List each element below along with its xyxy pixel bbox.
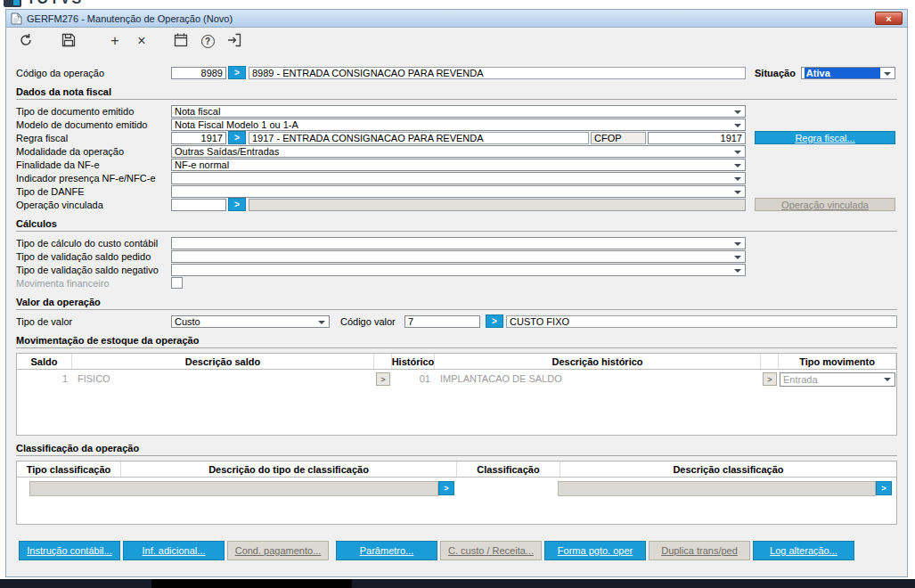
parametro-button[interactable]: Parâmetro...: [336, 541, 437, 560]
historico-lookup-button[interactable]: >: [376, 372, 390, 386]
cell-saldo: 1: [17, 371, 72, 388]
log-alteracao-button[interactable]: Log alteração...: [753, 541, 854, 560]
table-row[interactable]: > >: [17, 478, 896, 497]
section-nota-fiscal-title: Dados da nota fiscal: [16, 86, 897, 100]
delete-button[interactable]: ×: [131, 30, 152, 52]
movimentacao-table-header: Saldo Descrição saldo Histórico Descriçã…: [17, 354, 896, 370]
custo-contabil-select[interactable]: [171, 237, 746, 249]
classificacao-table: Tipo classificação Descrição do tipo de …: [16, 461, 897, 525]
saldo-pedido-label: Tipo de validação saldo pedido: [16, 251, 171, 262]
cell-historico: 01: [392, 371, 435, 388]
section-movimentacao-title: Movimentação de estoque da operação: [16, 335, 897, 348]
header-tipo-movimento: Tipo movimento: [779, 354, 896, 369]
movimenta-financeiro-checkbox[interactable]: [171, 277, 183, 289]
header-classificacao: Classificação: [457, 461, 560, 477]
operation-code-input[interactable]: [171, 67, 226, 79]
modelo-documento-select[interactable]: Nota Fiscal Modelo 1 ou 1-A: [171, 118, 746, 131]
window-document-icon: [11, 12, 22, 25]
help-button[interactable]: ?: [197, 30, 218, 52]
regra-fiscal-label: Regra fiscal: [16, 133, 171, 143]
footer-buttons: Instrução contábil... Inf. adicional... …: [16, 541, 897, 560]
operacao-vinculada-input[interactable]: [171, 199, 226, 211]
exit-icon: [227, 33, 241, 50]
calendar-button[interactable]: [170, 30, 192, 52]
regra-fiscal-description-field: 1917 - ENTRADA CONSIGNACAO PARA REVENDA: [249, 132, 589, 144]
operation-code-label: Código da operação: [16, 68, 171, 78]
codigo-valor-lookup-button[interactable]: >: [486, 314, 503, 328]
saldo-negativo-label: Tipo de validação saldo negativo: [16, 265, 171, 275]
operacao-vinculada-label: Operação vinculada: [16, 200, 171, 210]
header-historico: Histórico: [392, 354, 435, 369]
tipo-valor-select[interactable]: Custo: [171, 315, 330, 328]
close-button[interactable]: ×: [875, 12, 903, 25]
tipo-movimento-select[interactable]: Entrada: [780, 372, 895, 387]
cond-pagamento-button[interactable]: Cond. pagamento...: [227, 541, 329, 560]
chevron-down-icon: [734, 242, 741, 249]
saldo-negativo-select[interactable]: [171, 264, 746, 276]
add-button[interactable]: +: [104, 30, 126, 52]
tipo-danfe-select[interactable]: [171, 185, 746, 198]
lookup-arrow-icon: >: [881, 484, 886, 493]
finalidade-select[interactable]: NF-e normal: [171, 159, 746, 171]
operation-code-lookup-button[interactable]: >: [228, 66, 246, 79]
lookup-arrow-icon: >: [492, 316, 497, 326]
regra-fiscal-input[interactable]: [171, 132, 226, 144]
instrucao-contabil-button[interactable]: Instrução contábil...: [19, 541, 120, 560]
header-saldo: Saldo: [17, 354, 72, 369]
indicador-presenca-select[interactable]: [171, 172, 746, 184]
operation-description-field: 8989 - ENTRADA CONSIGNACAO PARA REVENDA: [249, 67, 746, 79]
saldo-pedido-row: Tipo de validação saldo pedido: [16, 249, 897, 263]
indicador-presenca-row: Indicador presença NF-e/NFC-e: [16, 171, 897, 184]
codigo-valor-input[interactable]: [404, 315, 480, 328]
tipo-documento-select[interactable]: Nota fiscal: [171, 105, 746, 118]
chevron-down-icon: [734, 256, 741, 263]
operation-code-row: Código da operação > 8989 - ENTRADA CONS…: [16, 66, 897, 79]
modalidade-select[interactable]: Outras Saídas/Entradas: [171, 145, 746, 158]
table-row[interactable]: 1 FISICO > 01 IMPLANTACAO DE SALDO > Ent…: [17, 370, 896, 388]
operacao-vinculada-lookup-button[interactable]: >: [228, 198, 246, 211]
situacao-select[interactable]: Ativa: [801, 67, 895, 79]
movimenta-financeiro-label: Movimenta financeiro: [16, 278, 171, 289]
descricao-classificacao-field: [558, 481, 876, 496]
codigo-valor-description-field: CUSTO FIXO: [506, 315, 897, 328]
cfop-label: CFOP: [591, 132, 646, 144]
c-custo-receita-button[interactable]: C. custo / Receita...: [440, 541, 542, 560]
forma-pgto-oper-button[interactable]: Forma pgto. oper: [544, 541, 646, 560]
calendar-icon: [174, 33, 188, 50]
undo-button[interactable]: [15, 30, 37, 52]
classificacao-lookup-button[interactable]: >: [876, 481, 892, 495]
duplica-trans-ped-button[interactable]: Duplica trans/ped: [649, 541, 750, 560]
tipo-documento-row: Tipo de documento emitido Nota fiscal: [16, 104, 897, 118]
regra-fiscal-button[interactable]: Regra fiscal...: [755, 131, 895, 144]
totvs-logo-icon: [4, 0, 21, 7]
operacao-vinculada-row: Operação vinculada > Operação vinculada: [16, 198, 897, 211]
chevron-down-icon: [734, 110, 741, 118]
valor-operacao-row: Tipo de valor Custo Código valor > CUSTO…: [16, 314, 897, 328]
tipo-classificacao-lookup-button[interactable]: >: [438, 481, 454, 495]
header-tipo-classificacao: Tipo classificação: [17, 461, 121, 477]
operacao-vinculada-button[interactable]: Operação vinculada: [755, 198, 895, 211]
historico-desc-lookup-button[interactable]: >: [763, 372, 777, 386]
lookup-arrow-icon: >: [234, 133, 240, 143]
save-button[interactable]: [58, 30, 79, 52]
lookup-arrow-icon: >: [380, 375, 385, 384]
undo-icon: [19, 33, 33, 50]
totvs-logo-text: TOTVS: [27, 0, 83, 7]
chevron-down-icon: [318, 321, 325, 328]
operacao-vinculada-description-field: [249, 199, 746, 211]
classificacao-table-body: > >: [17, 478, 896, 524]
tipo-valor-label: Tipo de valor: [16, 316, 171, 327]
saldo-pedido-select[interactable]: [171, 250, 746, 263]
header-descricao-tipo-classificacao: Descrição do tipo de classificação: [121, 461, 457, 477]
regra-fiscal-lookup-button[interactable]: >: [228, 131, 246, 144]
modelo-documento-row: Modelo de documento emitido Nota Fiscal …: [16, 118, 897, 131]
movimentacao-table-body: 1 FISICO > 01 IMPLANTACAO DE SALDO > Ent…: [17, 370, 896, 435]
chevron-down-icon: [884, 72, 891, 79]
chevron-down-icon: [734, 269, 741, 276]
finalidade-label: Finalidade da NF-e: [16, 159, 171, 170]
regra-fiscal-row: Regra fiscal > 1917 - ENTRADA CONSIGNACA…: [16, 131, 897, 144]
inf-adicional-button[interactable]: Inf. adicional...: [123, 541, 225, 560]
exit-button[interactable]: [224, 30, 245, 52]
titlebar[interactable]: GERFM276 - Manutenção de Operação (Novo)…: [6, 10, 907, 28]
lookup-arrow-icon: >: [767, 375, 772, 384]
